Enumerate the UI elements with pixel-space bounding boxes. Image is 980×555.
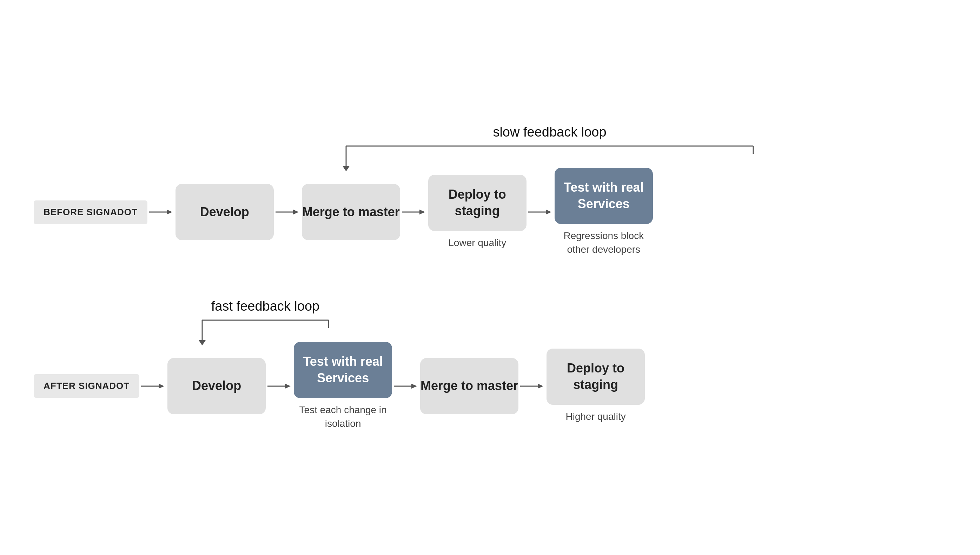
- svg-marker-17: [159, 384, 164, 388]
- after-arrow-4: [519, 381, 546, 391]
- after-section: fast feedback loop AFTER SIGNADOT: [34, 299, 946, 430]
- before-deploy-box: Deploy to staging: [428, 175, 527, 231]
- after-merge-wrapper: Merge to master: [420, 358, 519, 414]
- svg-marker-19: [285, 384, 291, 388]
- after-arrow-2: [266, 381, 294, 391]
- before-deploy-wrapper: Deploy to staging Lower quality: [428, 175, 527, 250]
- before-develop-wrapper: Develop: [176, 184, 274, 240]
- after-develop-wrapper: Develop: [167, 358, 266, 414]
- svg-marker-21: [412, 384, 417, 388]
- diagram-container: slow feedback loop BEFORE SIGNADOT: [34, 96, 946, 459]
- svg-marker-9: [420, 210, 425, 215]
- arrow-4: [527, 207, 555, 217]
- fast-feedback-label: fast feedback loop: [211, 299, 319, 314]
- after-test-box: Test with real Services: [294, 342, 392, 398]
- before-develop-box: Develop: [176, 184, 274, 240]
- before-test-wrapper: Test with real Services Regressions bloc…: [555, 168, 653, 256]
- after-develop-box: Develop: [167, 358, 266, 414]
- before-flow-row: BEFORE SIGNADOT Develop Merge to master: [34, 168, 946, 256]
- before-deploy-caption: Lower quality: [448, 236, 506, 250]
- slow-feedback-label: slow feedback loop: [493, 125, 606, 140]
- after-arrow-3: [392, 381, 420, 391]
- before-merge-box: Merge to master: [302, 184, 400, 240]
- svg-marker-5: [167, 210, 172, 215]
- svg-marker-7: [293, 210, 299, 215]
- arrow-3: [400, 207, 428, 217]
- before-test-box: Test with real Services: [555, 168, 653, 224]
- after-deploy-caption: Higher quality: [566, 410, 626, 423]
- after-test-caption: Test each change in isolation: [294, 403, 392, 430]
- before-test-caption: Regressions block other developers: [555, 229, 653, 256]
- before-merge-wrapper: Merge to master: [302, 184, 400, 240]
- before-section-label: BEFORE SIGNADOT: [34, 201, 147, 224]
- arrow-1: [147, 207, 176, 217]
- after-merge-box: Merge to master: [420, 358, 519, 414]
- fast-feedback-bracket: [153, 314, 378, 345]
- before-section: slow feedback loop BEFORE SIGNADOT: [34, 125, 946, 256]
- slow-feedback-bracket: [297, 140, 802, 171]
- svg-marker-23: [538, 384, 543, 388]
- after-arrow-1: [139, 381, 167, 391]
- after-section-label: AFTER SIGNADOT: [34, 374, 139, 398]
- arrow-2: [274, 207, 302, 217]
- after-test-wrapper: Test with real Services Test each change…: [294, 342, 392, 430]
- after-flow-row: AFTER SIGNADOT Develop Test with real Se…: [34, 342, 946, 430]
- after-deploy-wrapper: Deploy to staging Higher quality: [546, 348, 645, 423]
- after-deploy-box: Deploy to staging: [546, 348, 645, 405]
- svg-marker-11: [546, 210, 551, 215]
